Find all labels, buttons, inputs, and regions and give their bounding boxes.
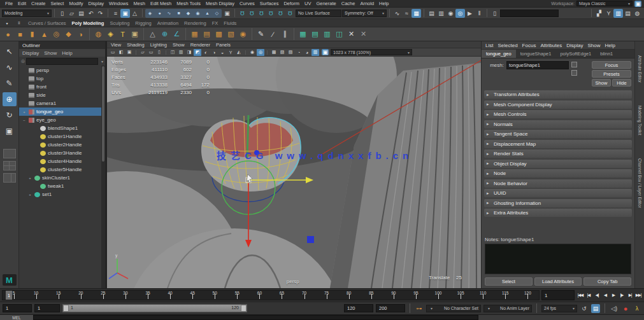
auto-keyframe-icon[interactable]: ● <box>621 304 630 313</box>
attribute-section-header[interactable]: Mesh Controls <box>484 110 632 118</box>
time-tick[interactable]: 35 <box>136 291 159 300</box>
expander-icon[interactable]: + <box>27 193 32 197</box>
outliner-item[interactable]: blendShape1 <box>19 124 105 132</box>
menu-item[interactable]: Modify <box>66 1 85 6</box>
time-tick[interactable]: 75 <box>315 291 338 300</box>
step-forward-key-button[interactable]: |▶ <box>618 291 626 300</box>
ipr-render-icon[interactable]: ◉ <box>446 9 455 18</box>
snap-curve-icon[interactable] <box>247 9 257 18</box>
snap-point-icon[interactable] <box>257 9 266 18</box>
menu-item[interactable]: UV <box>302 1 313 6</box>
time-tick[interactable]: 65 <box>271 291 293 300</box>
viewport-menu-item[interactable]: Shading <box>127 42 145 48</box>
outliner-item[interactable]: persp <box>19 66 105 74</box>
time-tick[interactable]: 100 <box>427 291 449 300</box>
mask-joints-icon[interactable]: ● <box>155 9 164 18</box>
attribute-editor-tab[interactable]: blinn1 <box>596 50 617 58</box>
attribute-editor-menu-item[interactable]: Help <box>605 43 615 48</box>
time-tick[interactable]: 105 <box>450 291 472 300</box>
animation-end-field[interactable]: 200 <box>376 304 405 312</box>
film-gate-icon[interactable]: ▥ <box>177 49 185 56</box>
field-entry-mode-icon[interactable]: ▯ <box>490 9 499 18</box>
outliner-item[interactable]: cluster1Handle <box>19 132 105 141</box>
menu-item[interactable]: Cache <box>339 1 358 6</box>
copy-tab-button[interactable]: Copy Tab <box>583 277 631 286</box>
auto-load-checkbox[interactable] <box>571 70 577 76</box>
shelf-delete-edge-icon[interactable]: ✕ <box>346 29 357 39</box>
range-start-handle[interactable] <box>63 305 69 312</box>
paint-select-tool[interactable]: ✎ <box>3 76 17 90</box>
attribute-section-header[interactable]: Node <box>484 169 632 177</box>
gamma-icon[interactable]: ◕ <box>303 49 311 56</box>
attribute-editor-menu-item[interactable]: Selected <box>497 43 517 48</box>
shelf-relax-icon[interactable]: ▤ <box>310 29 320 39</box>
outliner-item[interactable]: cluster5Handle <box>19 165 105 174</box>
playback-speed-select[interactable]: 24 fps ▾ <box>541 305 577 312</box>
workspace-manager-icon[interactable]: ▣ <box>634 1 641 7</box>
shelf-tab[interactable]: Rigging <box>135 20 151 26</box>
mask-handles-icon[interactable]: ◈ <box>145 9 155 18</box>
shelf-poly-plane-icon[interactable]: ◆ <box>63 29 74 39</box>
outliner-item[interactable]: cluster2Handle <box>19 141 105 149</box>
xray-icon[interactable]: ◉ <box>248 49 256 56</box>
outliner-menu-item[interactable]: Help <box>62 50 72 56</box>
shelf-editor-icon[interactable]: ≡ <box>16 18 22 27</box>
attribute-section-header[interactable]: Render Stats <box>484 150 632 158</box>
time-tick[interactable]: 85 <box>360 291 382 300</box>
select-object-icon[interactable]: ▣ <box>120 9 130 18</box>
motion-blur-icon[interactable]: ▧ <box>287 49 294 56</box>
attribute-section-header[interactable]: Transform Attributes <box>484 90 632 99</box>
lock-name-checkbox[interactable] <box>571 62 577 67</box>
shelf-boolean-union-icon[interactable]: ▦ <box>189 29 200 39</box>
channel-box-toggle-icon[interactable]: ◍ <box>633 9 642 18</box>
menu-item[interactable]: Help <box>376 1 391 6</box>
attribute-section-header[interactable]: Extra Attributes <box>484 209 632 217</box>
step-back-frame-button[interactable]: |◀ <box>585 291 592 300</box>
playback-range-bar[interactable]: 1 120 <box>62 304 247 312</box>
scene-render-view-icon[interactable]: ▥ <box>311 49 319 56</box>
mask-dynamics-icon[interactable]: ◉ <box>193 9 203 18</box>
select-tool[interactable]: ↖ <box>3 45 17 59</box>
attribute-editor-tab[interactable]: tongue_geo <box>482 50 516 58</box>
attribute-editor-menu-item[interactable]: List <box>485 43 493 48</box>
menu-item[interactable]: Mesh Display <box>203 1 237 6</box>
menu-item[interactable]: Arnold <box>357 1 376 6</box>
time-tick[interactable]: 90 <box>382 291 404 300</box>
shelf-type-tool-icon[interactable]: T <box>117 29 128 39</box>
outliner-item[interactable]: top <box>19 74 105 83</box>
outliner-search-input[interactable] <box>26 58 98 65</box>
go-to-start-button[interactable]: |◀◀ <box>576 291 584 300</box>
go-to-end-button[interactable]: ▶▶| <box>634 291 642 300</box>
expander-icon[interactable]: + <box>27 176 32 180</box>
anim-layer-select[interactable]: ▾ No Anim Layer <box>483 305 532 312</box>
gate-mask-icon[interactable]: ◩ <box>194 49 201 56</box>
outliner-item[interactable]: side <box>19 91 105 99</box>
menu-item[interactable]: Mesh <box>131 1 148 6</box>
time-tick[interactable]: 45 <box>182 291 204 300</box>
textured-icon[interactable]: ◒ <box>218 49 226 56</box>
time-tick[interactable]: 40 <box>159 291 182 300</box>
animation-start-field[interactable]: 1 <box>3 304 32 312</box>
character-key-icon[interactable]: ⊶ <box>415 304 424 313</box>
shelf-poly-cone-icon[interactable]: ▲ <box>39 29 50 39</box>
redo-icon[interactable]: ↷ <box>96 9 105 18</box>
attribute-section-header[interactable]: UUID <box>484 189 632 197</box>
save-scene-icon[interactable]: ▤ <box>76 9 86 18</box>
use-all-lights-icon[interactable]: Y <box>227 49 234 56</box>
viewport-scene-area[interactable]: y Verts 223146 7089 0 Edges 411110 <box>107 57 481 288</box>
outliner-menu-item[interactable]: Display <box>22 50 39 56</box>
shelf-distance-measure-icon[interactable]: ∠ <box>171 29 182 39</box>
attribute-editor-toggle-icon[interactable]: ▥ <box>613 9 623 18</box>
shelf-poly-sphere-icon[interactable]: ● <box>3 29 13 39</box>
menu-item[interactable]: File <box>3 1 15 6</box>
time-tick[interactable]: 80 <box>338 291 360 300</box>
focus-button[interactable]: Focus <box>592 61 631 69</box>
menu-item[interactable]: Generate <box>313 1 338 6</box>
time-tick[interactable]: 25 <box>92 291 114 300</box>
outliner-item[interactable]: cluster4Handle <box>19 157 105 165</box>
menu-item[interactable]: Curves <box>237 1 257 6</box>
outliner-item[interactable]: front <box>19 83 105 91</box>
undo-icon[interactable]: ↶ <box>86 9 96 18</box>
layout-two-pane-button[interactable] <box>3 173 16 183</box>
input-operations-icon[interactable]: ∿ <box>392 9 402 18</box>
